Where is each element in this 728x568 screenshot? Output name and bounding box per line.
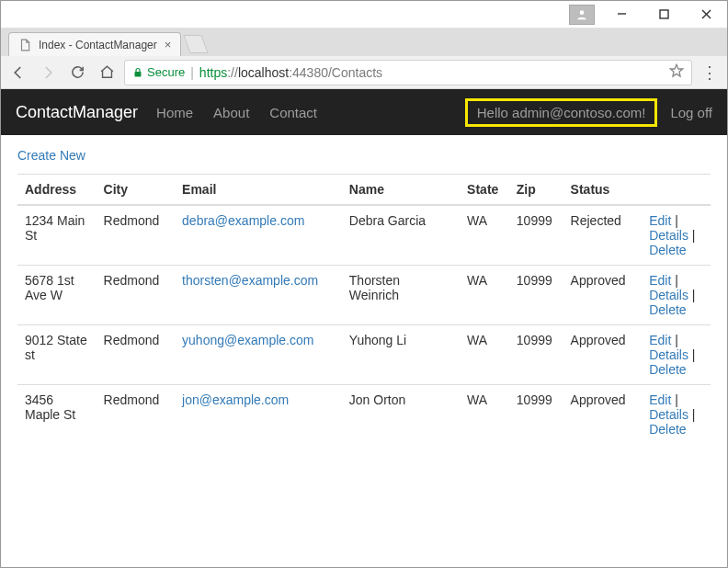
- page-content: Create New Address City Email Name State…: [1, 135, 727, 453]
- cell-state: WA: [460, 266, 509, 325]
- cell-email: debra@example.com: [175, 205, 342, 266]
- table-row: 3456 Maple StRedmondjon@example.comJon O…: [17, 385, 711, 445]
- cell-state: WA: [460, 325, 509, 385]
- url-scheme: https: [199, 65, 227, 80]
- secure-label: Secure: [147, 65, 185, 79]
- cell-email: thorsten@example.com: [175, 266, 342, 325]
- email-link[interactable]: jon@example.com: [182, 392, 289, 407]
- edit-link[interactable]: Edit: [649, 273, 671, 288]
- email-link[interactable]: debra@example.com: [182, 213, 304, 228]
- cell-email: jon@example.com: [175, 385, 342, 445]
- email-link[interactable]: yuhong@example.com: [182, 333, 313, 347]
- back-button[interactable]: [6, 61, 30, 85]
- cell-actions: Edit | Details | Delete: [642, 385, 711, 445]
- browser-tab[interactable]: Index - ContactManager ×: [8, 32, 181, 56]
- contacts-table: Address City Email Name State Zip Status…: [17, 174, 711, 444]
- cell-zip: 10999: [509, 205, 563, 266]
- window-minimize-button[interactable]: [600, 1, 643, 28]
- details-link[interactable]: Details: [649, 407, 688, 422]
- cell-city: Redmond: [97, 325, 176, 385]
- url-rest: :44380/Contacts: [289, 65, 382, 80]
- window-maximize-button[interactable]: [643, 1, 685, 28]
- delete-link[interactable]: Delete: [649, 302, 686, 317]
- svg-rect-2: [660, 10, 668, 18]
- cell-name: Debra Garcia: [342, 205, 460, 266]
- col-zip: Zip: [509, 175, 563, 206]
- logoff-link[interactable]: Log off: [670, 105, 712, 120]
- table-row: 5678 1st Ave WRedmondthorsten@example.co…: [17, 266, 711, 325]
- create-new-link[interactable]: Create New: [17, 148, 85, 163]
- user-account-icon[interactable]: [569, 5, 595, 25]
- cell-state: WA: [460, 385, 509, 445]
- cell-address: 5678 1st Ave W: [17, 266, 97, 325]
- delete-link[interactable]: Delete: [649, 243, 686, 257]
- lock-icon: [132, 67, 143, 78]
- cell-address: 3456 Maple St: [17, 385, 97, 445]
- forward-button: [36, 61, 60, 85]
- details-link[interactable]: Details: [649, 288, 688, 302]
- user-greeting[interactable]: Hello admin@contoso.com!: [465, 98, 658, 127]
- col-name: Name: [342, 175, 460, 206]
- cell-state: WA: [460, 205, 509, 266]
- page-icon: [18, 39, 31, 51]
- cell-address: 1234 Main St: [17, 205, 97, 266]
- cell-name: Thorsten Weinrich: [342, 266, 460, 325]
- url-sep: |: [190, 65, 194, 80]
- brand-link[interactable]: ContactManager: [16, 103, 138, 122]
- cell-actions: Edit | Details | Delete: [642, 325, 711, 385]
- url-host: localhost: [238, 65, 289, 80]
- col-city: City: [97, 175, 176, 206]
- nav-about[interactable]: About: [213, 105, 249, 120]
- cell-city: Redmond: [97, 266, 176, 325]
- reload-button[interactable]: [65, 61, 89, 85]
- cell-city: Redmond: [97, 205, 176, 266]
- cell-actions: Edit | Details | Delete: [642, 205, 711, 266]
- cell-status: Approved: [563, 325, 643, 385]
- secure-indicator: Secure: [132, 65, 185, 79]
- url-sep1: ://: [227, 65, 238, 80]
- cell-name: Yuhong Li: [342, 325, 460, 385]
- app-navbar: ContactManager Home About Contact Hello …: [1, 89, 727, 135]
- col-address: Address: [17, 175, 97, 206]
- address-bar[interactable]: Secure | https://localhost:44380/Contact…: [124, 60, 692, 85]
- svg-rect-5: [135, 72, 142, 77]
- edit-link[interactable]: Edit: [649, 333, 671, 347]
- col-email: Email: [175, 175, 342, 206]
- cell-email: yuhong@example.com: [175, 325, 342, 385]
- cell-zip: 10999: [509, 325, 563, 385]
- cell-status: Approved: [563, 385, 643, 445]
- window-close-button[interactable]: [685, 1, 727, 28]
- window-titlebar: [1, 1, 727, 28]
- nav-home[interactable]: Home: [156, 105, 193, 120]
- new-tab-button[interactable]: [184, 35, 209, 53]
- edit-link[interactable]: Edit: [649, 392, 671, 407]
- cell-status: Approved: [563, 266, 643, 325]
- email-link[interactable]: thorsten@example.com: [182, 273, 318, 288]
- col-status: Status: [563, 175, 643, 206]
- cell-status: Rejected: [563, 205, 643, 266]
- edit-link[interactable]: Edit: [649, 213, 671, 228]
- delete-link[interactable]: Delete: [649, 362, 686, 377]
- col-actions: [642, 175, 711, 206]
- cell-zip: 10999: [509, 385, 563, 445]
- nav-contact[interactable]: Contact: [269, 105, 317, 120]
- details-link[interactable]: Details: [649, 228, 688, 243]
- tab-close-icon[interactable]: ×: [165, 38, 172, 51]
- delete-link[interactable]: Delete: [649, 422, 686, 437]
- bookmark-star-icon[interactable]: [669, 63, 684, 81]
- browser-tabstrip: Index - ContactManager ×: [1, 28, 727, 56]
- details-link[interactable]: Details: [649, 347, 688, 362]
- tab-title: Index - ContactManager: [39, 39, 157, 51]
- content-scroll[interactable]: Create New Address City Email Name State…: [1, 135, 727, 568]
- table-row: 9012 State stRedmondyuhong@example.comYu…: [17, 325, 711, 385]
- cell-zip: 10999: [509, 266, 563, 325]
- cell-city: Redmond: [97, 385, 176, 445]
- table-row: 1234 Main StRedmonddebra@example.comDebr…: [17, 205, 711, 266]
- col-state: State: [460, 175, 509, 206]
- svg-point-0: [580, 10, 585, 15]
- table-header-row: Address City Email Name State Zip Status: [17, 175, 711, 206]
- cell-actions: Edit | Details | Delete: [642, 266, 711, 325]
- home-button[interactable]: [95, 61, 119, 85]
- cell-address: 9012 State st: [17, 325, 97, 385]
- browser-menu-icon[interactable]: ⋮: [698, 62, 722, 83]
